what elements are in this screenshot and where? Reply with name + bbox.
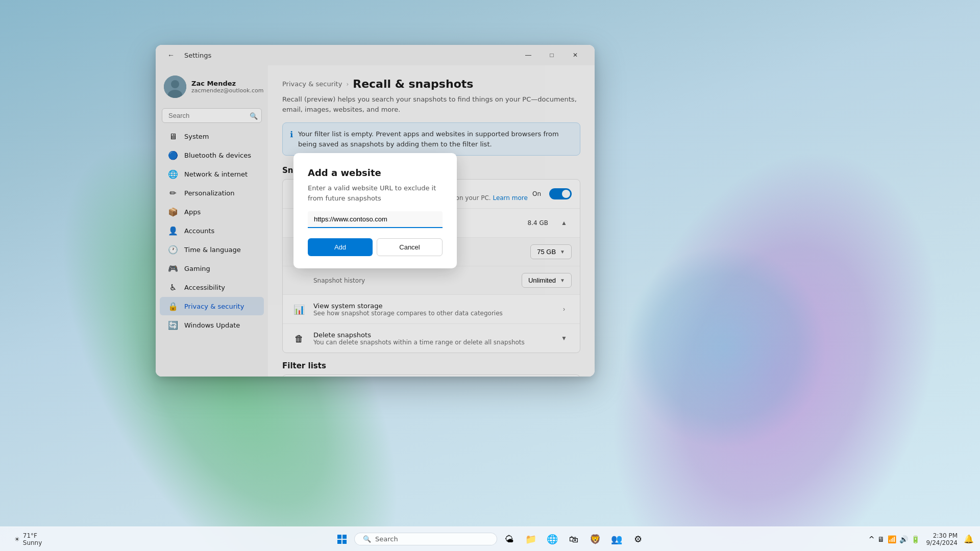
- modal-overlay: Add a website Enter a valid website URL …: [156, 45, 595, 377]
- store-button[interactable]: 🛍: [565, 530, 583, 548]
- taskbar-left: ☀️ 71°F Sunny: [0, 532, 56, 546]
- taskbar: ☀️ 71°F Sunny 🔍 Search 🌤 📁 🌐: [0, 527, 980, 551]
- add-website-modal: Add a website Enter a valid website URL …: [293, 153, 457, 268]
- settings-gear-icon: ⚙: [634, 534, 642, 544]
- taskbar-search[interactable]: 🔍 Search: [354, 533, 497, 545]
- edge-icon: 🌐: [547, 534, 558, 544]
- svg-rect-10: [342, 540, 347, 544]
- taskbar-center: 🔍 Search 🌤 📁 🌐 🛍 🦁 👥 ⚙: [333, 530, 647, 548]
- modal-description: Enter a valid website URL to exclude it …: [308, 183, 443, 203]
- website-url-input[interactable]: [308, 211, 443, 228]
- system-tray[interactable]: ^ 🖥 📶 🔊 🔋: [869, 535, 920, 543]
- weather-temp: 71°F: [23, 532, 37, 539]
- brave-button[interactable]: 🦁: [586, 530, 604, 548]
- widgets-button[interactable]: 🌤: [500, 530, 519, 548]
- chevron-icon[interactable]: ^: [869, 535, 875, 543]
- battery-icon[interactable]: 🔋: [911, 535, 920, 543]
- date-display: 9/24/2024: [926, 539, 958, 546]
- store-icon: 🛍: [569, 534, 578, 544]
- wifi-icon[interactable]: 📶: [888, 535, 896, 543]
- widgets-icon: 🌤: [505, 534, 514, 544]
- clock[interactable]: 2:30 PM 9/24/2024: [922, 532, 962, 546]
- taskbar-search-text: Search: [375, 535, 398, 543]
- taskbar-right: ^ 🖥 📶 🔊 🔋 2:30 PM 9/24/2024 🔔: [863, 527, 980, 551]
- edge-button[interactable]: 🌐: [543, 530, 561, 548]
- modal-actions: Add Cancel: [308, 238, 443, 256]
- brave-icon: 🦁: [590, 534, 601, 544]
- file-explorer-icon: 📁: [525, 534, 536, 544]
- file-explorer-button[interactable]: 📁: [522, 530, 540, 548]
- cancel-button[interactable]: Cancel: [377, 238, 443, 256]
- volume-icon[interactable]: 🔊: [899, 535, 908, 543]
- windows-logo-icon: [337, 535, 347, 544]
- weather-condition: Sunny: [23, 539, 42, 546]
- weather-icon: ☀️: [14, 536, 20, 543]
- teams-icon: 👥: [611, 534, 622, 544]
- svg-rect-9: [337, 540, 341, 544]
- weather-widget[interactable]: ☀️ 71°F Sunny: [8, 532, 48, 546]
- svg-rect-7: [337, 535, 341, 539]
- svg-rect-8: [342, 535, 347, 539]
- start-button[interactable]: [333, 530, 351, 548]
- add-website-button[interactable]: Add: [308, 238, 373, 256]
- time-display: 2:30 PM: [933, 532, 958, 539]
- notification-icon[interactable]: 🔔: [964, 534, 974, 544]
- modal-title: Add a website: [308, 167, 443, 178]
- settings-window: ← Settings — □ ✕: [156, 45, 595, 377]
- taskbar-search-icon: 🔍: [363, 535, 371, 543]
- settings-taskbar-button[interactable]: ⚙: [629, 530, 647, 548]
- teams-button[interactable]: 👥: [607, 530, 626, 548]
- display-icon[interactable]: 🖥: [877, 535, 885, 543]
